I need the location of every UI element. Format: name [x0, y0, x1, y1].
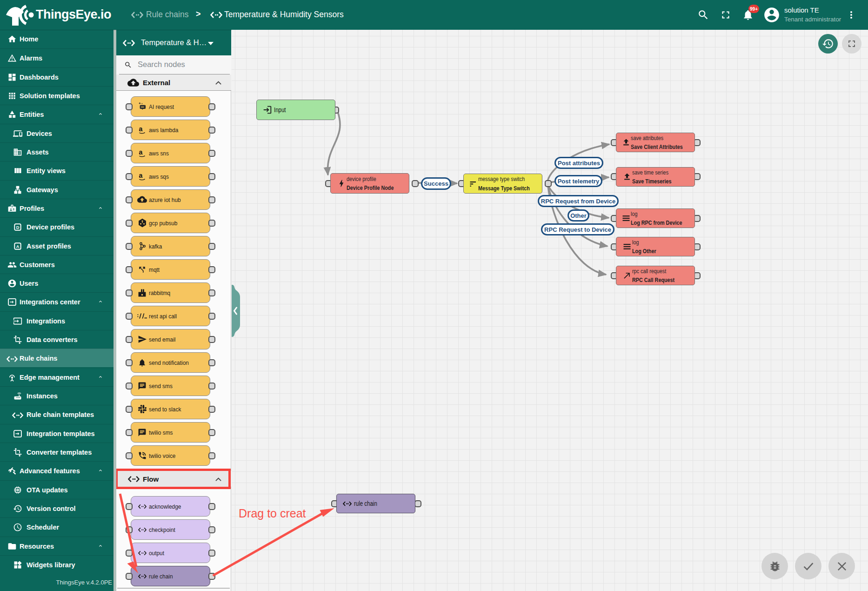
- svg-text:a: a: [139, 125, 142, 133]
- svg-text:D: D: [16, 225, 20, 230]
- svg-text:A: A: [16, 244, 20, 249]
- svg-text:a: a: [139, 148, 142, 156]
- svg-text:a: a: [139, 172, 142, 179]
